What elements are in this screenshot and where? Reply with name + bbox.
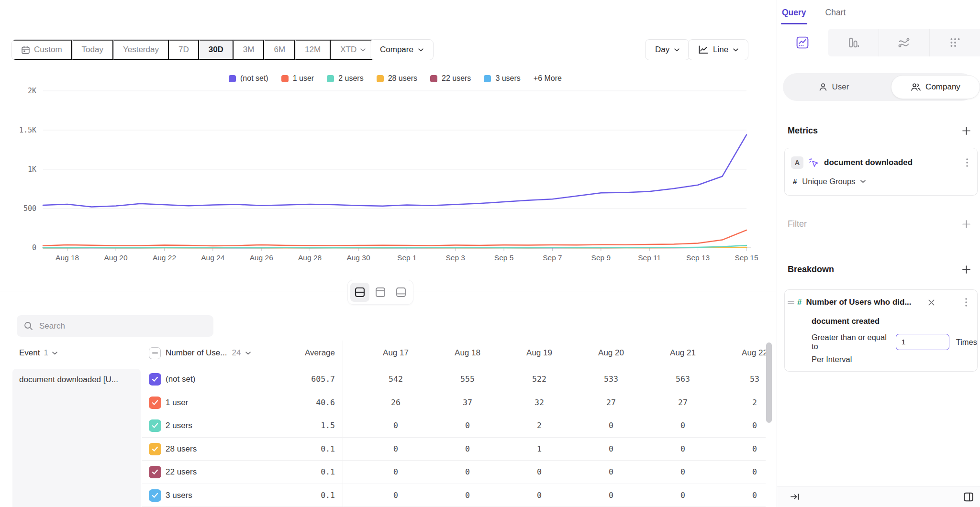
- cell-value: 26: [360, 391, 432, 415]
- kebab-icon: [966, 158, 968, 167]
- filter-section-header: Filter: [788, 218, 972, 230]
- measure-selector[interactable]: # Unique Groups: [793, 177, 866, 186]
- dots-grid-icon: [949, 36, 961, 49]
- range-button-12m[interactable]: 12M: [295, 40, 331, 60]
- check-icon: [152, 400, 158, 406]
- table-row: 28 users0.1001000: [142, 438, 766, 461]
- y-axis-label: 500: [23, 204, 36, 213]
- user-icon: [818, 82, 828, 92]
- metric-event-row[interactable]: A document downloaded: [791, 156, 972, 169]
- layout-split-button[interactable]: [350, 283, 369, 302]
- x-axis-label: Aug 24: [201, 254, 225, 262]
- condition-unit: Times: [956, 338, 977, 347]
- entity-company-option[interactable]: Company: [891, 75, 980, 99]
- range-button-xtd[interactable]: XTD: [331, 40, 376, 60]
- chart-type-scatter[interactable]: [929, 29, 980, 56]
- x-axis-label: Sep 3: [445, 254, 465, 262]
- company-option-label: Company: [925, 82, 960, 92]
- cell-value: 0: [360, 484, 432, 507]
- check-icon: [152, 446, 158, 452]
- series-label: 22 users: [166, 461, 197, 484]
- condition-value-input[interactable]: [896, 334, 949, 350]
- layout-toggle-group: [348, 280, 413, 304]
- company-users-icon: [911, 82, 921, 92]
- add-filter-button[interactable]: [960, 218, 972, 230]
- collapse-panel-button[interactable]: [791, 493, 800, 500]
- cell-value: 0: [647, 438, 719, 461]
- toggle-sidebar-button[interactable]: [963, 492, 974, 502]
- add-breakdown-button[interactable]: [960, 263, 972, 276]
- query-sidebar: Query Chart: [777, 0, 980, 507]
- row-checkbox[interactable]: [149, 419, 161, 432]
- series-label: (not set): [166, 368, 195, 391]
- range-button-yesterday[interactable]: Yesterday: [113, 40, 169, 60]
- average-value: 0.1: [268, 484, 335, 507]
- range-label: 7D: [178, 45, 189, 55]
- condition-operator[interactable]: Greater than or equal to: [812, 333, 889, 351]
- range-label: Today: [82, 45, 103, 55]
- drag-handle-icon[interactable]: [788, 301, 794, 304]
- range-label: 30D: [209, 45, 223, 55]
- interval-button[interactable]: Day: [645, 39, 690, 60]
- cell-value: 0: [432, 414, 503, 438]
- chart-type-flow[interactable]: [879, 29, 930, 56]
- tab-query[interactable]: Query: [782, 8, 806, 24]
- range-button-6m[interactable]: 6M: [264, 40, 295, 60]
- row-checkbox[interactable]: [149, 466, 161, 478]
- row-checkbox[interactable]: [149, 489, 161, 502]
- layout-table-only-button[interactable]: [391, 283, 411, 302]
- search-icon: [24, 321, 33, 331]
- chart-type-button[interactable]: Line: [688, 39, 748, 60]
- line-chart-icon: [796, 36, 809, 49]
- cell-value: 0: [503, 484, 575, 507]
- breakdown-menu-button[interactable]: [961, 297, 971, 308]
- compare-button[interactable]: Compare: [370, 39, 434, 60]
- x-axis-label: Sep 11: [638, 254, 661, 262]
- sidebar-tabs: Query Chart: [782, 8, 846, 24]
- app-root: CustomTodayYesterday7D30D3M6M12MXTD Comp…: [0, 0, 980, 507]
- breakdown-event[interactable]: document created: [812, 317, 880, 326]
- measure-label: Unique Groups: [802, 177, 855, 186]
- add-metric-button[interactable]: [960, 124, 972, 137]
- bar-chart-icon: [847, 36, 859, 49]
- compare-label: Compare: [380, 45, 413, 55]
- cell-value: 0: [360, 414, 432, 438]
- line-chart-icon: [698, 45, 708, 55]
- cell-value: 0: [719, 461, 766, 484]
- sidebar-footer: [777, 486, 980, 507]
- range-button-7d[interactable]: 7D: [169, 40, 199, 60]
- cell-value: 0: [432, 484, 503, 507]
- cell-value: 32: [503, 391, 575, 415]
- chevron-down-icon: [418, 48, 423, 52]
- range-button-3m[interactable]: 3M: [234, 40, 265, 60]
- plus-icon: [962, 265, 970, 274]
- range-button-30d[interactable]: 30D: [199, 40, 234, 60]
- row-checkbox[interactable]: [149, 373, 161, 386]
- tab-chart[interactable]: Chart: [825, 8, 846, 24]
- cell-value: 0: [432, 438, 503, 461]
- chart-type-line[interactable]: [777, 29, 828, 56]
- filter-title: Filter: [788, 219, 807, 229]
- range-label: 3M: [243, 45, 255, 55]
- stream-icon: [898, 36, 910, 49]
- table-scrollbar[interactable]: [766, 342, 772, 423]
- chart-type-bar[interactable]: [828, 29, 879, 56]
- range-button-custom[interactable]: Custom: [12, 40, 72, 60]
- entity-user-option[interactable]: User: [783, 73, 884, 101]
- side-panel-icon: [963, 492, 974, 502]
- x-axis-label: Aug 28: [298, 254, 322, 262]
- cell-value: 0: [647, 461, 719, 484]
- row-checkbox[interactable]: [149, 443, 161, 455]
- chart-type-selector: [777, 29, 980, 56]
- event-cell[interactable]: document downloaded [U...: [12, 369, 141, 507]
- search-input[interactable]: [39, 321, 202, 331]
- row-checkbox[interactable]: [149, 397, 161, 409]
- cell-value: 0: [503, 461, 575, 484]
- split-view-icon: [355, 287, 365, 298]
- layout-chart-only-button[interactable]: [371, 283, 390, 302]
- metric-menu-button[interactable]: [962, 157, 972, 168]
- cell-value: 0: [575, 438, 647, 461]
- metric-card: A document downloaded # Unique Groups: [784, 148, 978, 196]
- remove-breakdown-button[interactable]: [927, 298, 935, 307]
- range-button-today[interactable]: Today: [72, 40, 113, 60]
